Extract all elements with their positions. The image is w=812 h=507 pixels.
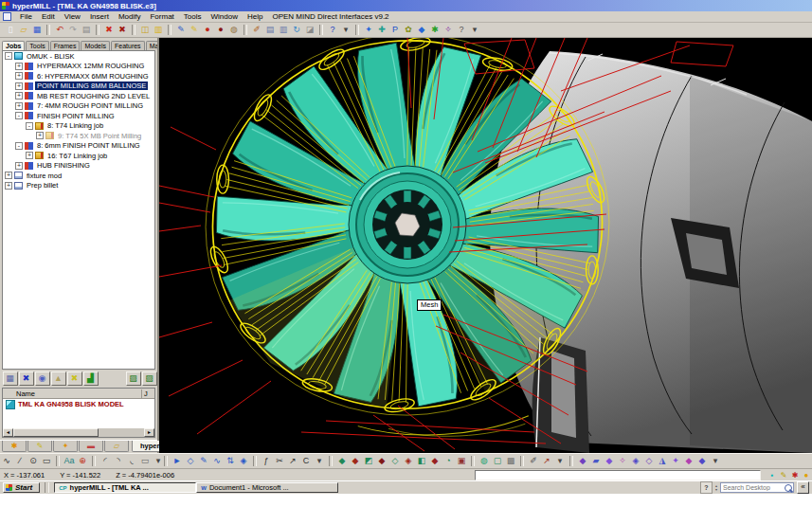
snap-mode[interactable]: ✱ [790, 470, 801, 480]
analysis-check[interactable]: ◆ [696, 455, 709, 467]
expand-icon[interactable]: + [15, 92, 23, 100]
shade-globe[interactable]: ◍ [228, 24, 241, 36]
stock-define[interactable]: ◍ [478, 455, 491, 467]
expand-icon[interactable]: + [5, 182, 12, 190]
tree-item[interactable]: +9: T74 5X MB Point Milling [3, 131, 154, 141]
shade-pencil-blue[interactable]: ✎ [175, 24, 188, 36]
hm-job-list[interactable]: ✦ [363, 24, 375, 36]
line[interactable]: ∕ [14, 455, 27, 467]
tree-item[interactable]: +HYPERMAXX 12MM ROUGHING [3, 62, 154, 72]
cam-turning[interactable]: ◧ [416, 455, 428, 467]
tree-item[interactable]: +7: 4MM ROUGH POINT MILLING [3, 101, 154, 112]
scroll-left-arrow[interactable]: ◄ [3, 428, 13, 437]
boundary-define[interactable]: ▢ [492, 455, 504, 467]
collapse-toolbar-button[interactable]: « [797, 481, 809, 494]
model-add[interactable]: ▟ [83, 371, 99, 386]
hm-postprocess[interactable]: P [389, 24, 402, 36]
collapse-icon[interactable]: - [26, 122, 33, 130]
menu-view[interactable]: View [60, 12, 85, 21]
tab-tools[interactable]: Tools [26, 41, 48, 50]
model-list-view[interactable]: ▦ [3, 371, 18, 386]
tab-files[interactable]: ▱ [104, 441, 129, 452]
paste-entity[interactable]: ▥ [153, 24, 165, 36]
menu-tools[interactable]: Tools [179, 12, 207, 21]
hm-analysis[interactable]: ✧ [442, 24, 455, 36]
collapse-icon[interactable]: - [5, 52, 12, 60]
hm-tool-db[interactable]: ✿ [403, 24, 415, 36]
column-name[interactable]: Name [3, 389, 142, 398]
viewport-canvas[interactable] [159, 38, 812, 453]
cam-linking[interactable]: ◔ [442, 455, 455, 467]
analysis-surface[interactable]: ▰ [590, 455, 603, 467]
select-brush[interactable]: ✎ [198, 455, 210, 467]
viewport-3d[interactable]: Mesh [159, 38, 812, 453]
analysis-draft[interactable]: ◈ [630, 455, 642, 467]
shade-hidden[interactable]: ● [215, 24, 227, 36]
fillet[interactable]: ◜ [99, 455, 112, 467]
cam-roughing[interactable]: ◆ [336, 455, 349, 467]
select-vertical[interactable]: ⇅ [225, 455, 237, 467]
list-view[interactable]: ▥ [278, 24, 290, 36]
cam-drilling[interactable]: ◇ [389, 455, 402, 467]
hm-new-job[interactable]: ✚ [376, 24, 388, 36]
edit-more[interactable]: ▾ [554, 455, 567, 467]
chamfer[interactable]: ◟ [126, 455, 138, 467]
scroll-right-arrow[interactable]: ► [144, 428, 154, 437]
menu-format[interactable]: Format [145, 12, 178, 21]
tree-item[interactable]: +fixture mod [3, 171, 154, 181]
tab-sketch[interactable]: ✎ [27, 441, 52, 452]
hm-more[interactable]: ▾ [469, 24, 481, 36]
tree-item[interactable]: -OMUK - BLISK [3, 51, 154, 62]
function-tool[interactable]: ƒ [261, 455, 273, 467]
select-window[interactable]: ◈ [238, 455, 250, 467]
hm-macro[interactable]: ◆ [416, 24, 428, 36]
collapse-icon[interactable]: - [15, 112, 23, 119]
tab-features[interactable]: Features [111, 41, 145, 50]
select-arrow[interactable]: ► [171, 455, 184, 467]
eraser[interactable]: ◪ [304, 24, 316, 36]
save[interactable]: ▦ [31, 24, 44, 36]
horizontal-scrollbar[interactable]: ◄ ► [3, 428, 154, 437]
tree-item[interactable]: +POINT MILLING 8MM BALLNOSE [3, 81, 154, 92]
text-tool[interactable]: Aa [63, 455, 76, 467]
column-job[interactable]: J [142, 389, 154, 398]
analysis-curvature[interactable]: ◆ [604, 455, 616, 467]
spline[interactable]: ∿ [1, 455, 13, 467]
units-indicator[interactable]: ▪ [767, 470, 778, 480]
delete[interactable]: ✖ [117, 24, 129, 36]
trim-tool[interactable]: ✂ [274, 455, 286, 467]
analysis-distance[interactable]: ✦ [670, 455, 682, 467]
cam-probing[interactable]: ◈ [403, 455, 415, 467]
model-close[interactable]: ✖ [67, 371, 82, 386]
cam-milling[interactable]: ◆ [429, 455, 442, 467]
tray-help-icon[interactable]: ? [700, 481, 713, 494]
model-row[interactable]: TML KA GN4958 BLISK MODEL [3, 399, 154, 409]
properties-panel[interactable]: ▤ [264, 24, 277, 36]
shade-solid[interactable]: ● [202, 24, 214, 36]
analysis-zebra[interactable]: ✧ [617, 455, 629, 467]
menu-help[interactable]: Help [243, 12, 267, 21]
curve-more[interactable]: ▾ [314, 455, 326, 467]
analysis-compare[interactable]: ◇ [643, 455, 656, 467]
toolbar-more[interactable]: ▾ [340, 24, 352, 36]
search-input[interactable] [721, 484, 784, 491]
post-run[interactable]: ▩ [505, 455, 517, 467]
tree-item[interactable]: +Prep billet [3, 181, 154, 191]
model-delete[interactable]: ✖ [19, 371, 34, 386]
menu-insert[interactable]: Insert [85, 12, 114, 21]
tab-render[interactable]: ✱ [2, 441, 27, 452]
expand-icon[interactable]: + [26, 152, 33, 159]
expand-icon[interactable]: + [15, 162, 23, 170]
expand-icon[interactable]: + [15, 102, 23, 110]
menu-modify[interactable]: Modify [114, 12, 146, 21]
taskbar-task[interactable]: CPhyperMILL - [TML KA ... [54, 482, 196, 493]
tree-item[interactable]: +16: T67 Linking job [3, 151, 154, 161]
child-document-icon[interactable] [3, 12, 11, 21]
analysis-more[interactable]: ▾ [710, 455, 722, 467]
shade-pencil-yellow[interactable]: ✎ [189, 24, 201, 36]
tab-macros[interactable]: Macros [146, 41, 157, 50]
expand-icon[interactable]: + [36, 132, 44, 139]
tree-item[interactable]: +HUB FINISHING [3, 161, 154, 172]
search-box[interactable] [720, 482, 794, 493]
redo[interactable]: ↷ [67, 24, 80, 36]
